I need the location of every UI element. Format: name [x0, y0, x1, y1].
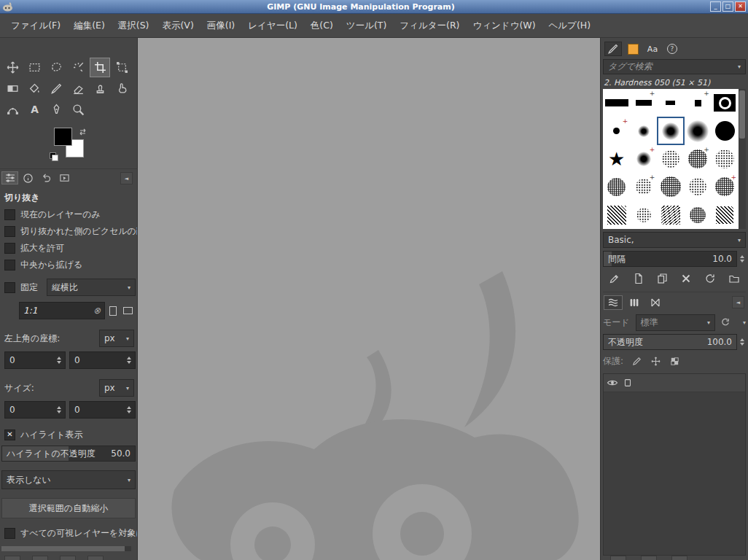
checkbox[interactable]	[4, 226, 15, 237]
brush-thumb[interactable]	[685, 117, 712, 144]
brush-thumb[interactable]	[712, 201, 739, 229]
tab-brushes[interactable]	[604, 42, 622, 56]
unified-transform-tool[interactable]	[112, 58, 132, 77]
brush-thumb[interactable]: +	[712, 173, 739, 201]
refresh-brushes-button[interactable]	[701, 271, 719, 287]
foreground-color-swatch[interactable]	[54, 128, 72, 146]
layer-opacity-slider[interactable]: 不透明度 100.0	[603, 334, 737, 350]
zoom-tool[interactable]	[68, 100, 88, 120]
spin-arrows[interactable]	[739, 255, 746, 262]
layer-button[interactable]	[671, 556, 687, 560]
brush-thumb[interactable]	[630, 117, 657, 144]
menu-filters[interactable]: フィルター(R)	[393, 16, 466, 36]
brush-thumb[interactable]	[685, 173, 712, 201]
landscape-button[interactable]	[120, 302, 136, 319]
position-unit-dropdown[interactable]: px ▾	[99, 330, 134, 347]
menu-colors[interactable]: 色(C)	[304, 16, 340, 36]
auto-shrink-button[interactable]: 選択範囲の自動縮小	[1, 498, 136, 518]
brush-thumb[interactable]	[712, 117, 739, 144]
menu-select[interactable]: 選択(S)	[112, 16, 156, 36]
spin-arrows[interactable]	[739, 338, 746, 346]
menu-tools[interactable]: ツール(T)	[340, 16, 393, 36]
position-y-input[interactable]: 0	[69, 351, 136, 369]
menu-image[interactable]: 画像(I)	[200, 16, 241, 36]
brush-thumb-selected[interactable]	[657, 117, 684, 144]
fixed-checkbox[interactable]	[4, 282, 15, 293]
layer-mode-dropdown[interactable]: 標準 ▾	[636, 314, 715, 331]
paintbrush-tool[interactable]	[46, 79, 66, 98]
option-expand-from-center[interactable]: 中央から拡げる	[4, 259, 137, 271]
layer-button[interactable]	[641, 556, 657, 560]
layer-link-icon[interactable]	[623, 377, 633, 389]
lock-pixels-button[interactable]	[628, 353, 645, 369]
menu-windows[interactable]: ウィンドウ(W)	[466, 16, 542, 36]
brush-thumb[interactable]: ★	[603, 145, 630, 173]
edit-brush-button[interactable]	[606, 271, 623, 287]
tab-tool-options[interactable]	[1, 171, 18, 184]
brush-thumb[interactable]	[603, 89, 630, 117]
option-current-layer-only[interactable]: 現在のレイヤーのみ	[4, 209, 137, 221]
move-tool[interactable]	[2, 58, 23, 77]
smudge-tool[interactable]	[112, 79, 132, 98]
size-height-input[interactable]: 0	[69, 401, 136, 419]
tab-channels[interactable]	[625, 295, 644, 310]
mode-group-switch-button[interactable]	[717, 315, 733, 331]
spin-arrows[interactable]	[125, 357, 133, 364]
window-titlebar[interactable]: GIMP (GNU Image Manipulation Program) _ …	[0, 0, 748, 14]
free-select-tool[interactable]	[46, 58, 66, 77]
gradient-tool[interactable]	[2, 79, 23, 98]
bucket-fill-tool[interactable]	[24, 79, 44, 98]
spin-arrows[interactable]	[125, 406, 133, 413]
brush-thumb[interactable]: +	[630, 89, 657, 117]
ink-tool[interactable]	[46, 100, 66, 120]
new-brush-button[interactable]	[630, 271, 647, 287]
size-unit-dropdown[interactable]: px ▾	[99, 379, 134, 397]
brush-thumb[interactable]: +	[630, 145, 657, 173]
portrait-button[interactable]	[105, 302, 120, 319]
brush-thumb[interactable]: +	[603, 117, 630, 144]
canvas[interactable]	[138, 38, 600, 560]
tab-paths[interactable]	[646, 295, 665, 310]
menu-layer[interactable]: レイヤー(L)	[241, 16, 304, 36]
tool-options-scrollbar[interactable]	[1, 546, 131, 551]
brush-thumb[interactable]	[657, 201, 684, 229]
brush-thumb[interactable]	[630, 201, 657, 229]
layer-list[interactable]	[603, 373, 746, 556]
brush-grid-scrollbar[interactable]	[739, 89, 746, 229]
tab-help[interactable]: ?	[663, 42, 681, 56]
visibility-eye-icon[interactable]	[607, 377, 618, 389]
checkbox[interactable]	[4, 260, 15, 271]
fixed-aspect-dropdown[interactable]: 縦横比 ▾	[47, 279, 136, 296]
checkbox[interactable]	[4, 243, 15, 254]
preset-button[interactable]	[60, 556, 76, 560]
size-width-input[interactable]: 0	[4, 401, 66, 419]
brush-thumb[interactable]	[603, 201, 630, 229]
open-brush-button[interactable]	[725, 271, 743, 287]
clear-icon[interactable]: ⊗	[93, 306, 101, 316]
mode-options-button[interactable]: ▾	[734, 315, 746, 331]
checkbox[interactable]	[4, 528, 15, 539]
tab-menu-button[interactable]: ◄	[732, 296, 744, 308]
tab-patterns[interactable]	[624, 42, 642, 56]
aspect-ratio-input[interactable]: 1:1 ⊗	[19, 302, 105, 319]
tag-search-dropdown[interactable]: タグで検索 ▾	[603, 59, 746, 74]
option-highlight[interactable]: ✕ ハイライト表示	[4, 429, 137, 441]
scrollbar-thumb[interactable]	[739, 90, 745, 139]
swap-colors-icon[interactable]	[78, 128, 87, 136]
position-x-input[interactable]: 0	[4, 351, 66, 369]
guides-dropdown[interactable]: 表示しない ▾	[1, 470, 136, 489]
eraser-tool[interactable]	[68, 79, 88, 98]
clone-tool[interactable]	[90, 79, 110, 98]
maximize-button[interactable]: □	[722, 1, 733, 12]
layer-button[interactable]	[610, 556, 626, 560]
spin-arrows[interactable]	[55, 357, 63, 364]
brush-thumb[interactable]	[712, 89, 739, 117]
brush-spacing-slider[interactable]: 間隔 10.0	[603, 251, 737, 267]
preset-button[interactable]	[4, 556, 20, 560]
tab-device-status[interactable]	[20, 171, 36, 184]
minimize-button[interactable]: _	[710, 1, 721, 12]
scrollbar-thumb[interactable]	[1, 546, 125, 551]
brush-thumb[interactable]: +	[685, 89, 712, 117]
lock-position-button[interactable]	[647, 353, 664, 369]
tab-fonts[interactable]: Aa	[644, 42, 661, 56]
